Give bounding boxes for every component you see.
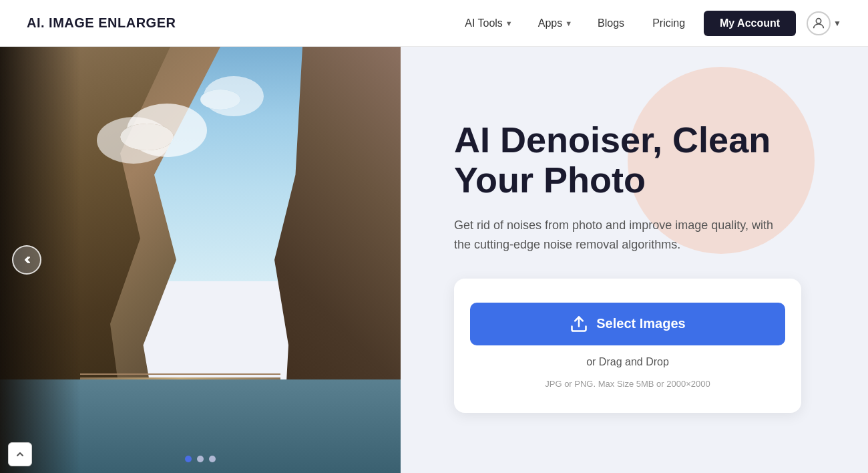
nav-apps[interactable]: Apps ▼ bbox=[529, 12, 582, 35]
upload-box: Select Images or Drag and Drop JPG or PN… bbox=[454, 279, 801, 413]
user-avatar-icon[interactable] bbox=[807, 11, 831, 35]
cloud-1 bbox=[120, 124, 174, 150]
select-images-label: Select Images bbox=[596, 316, 685, 331]
main-content: AI Denoiser, Clean Your Photo Get rid of… bbox=[0, 47, 868, 473]
hero-description: Get rid of noises from photo and improve… bbox=[454, 216, 775, 255]
navbar: AI. IMAGE ENLARGER AI Tools ▼ Apps ▼ Blo… bbox=[0, 0, 868, 47]
drag-drop-text: or Drag and Drop bbox=[586, 356, 669, 368]
nav-pricing[interactable]: Pricing bbox=[640, 12, 697, 35]
upload-icon bbox=[570, 315, 588, 333]
nav-apps-label: Apps bbox=[538, 17, 562, 29]
content-panel: AI Denoiser, Clean Your Photo Get rid of… bbox=[401, 47, 868, 473]
svg-point-0 bbox=[816, 18, 821, 23]
bridge bbox=[80, 377, 280, 379]
hero-image-panel bbox=[0, 47, 401, 473]
chevron-down-icon: ▼ bbox=[565, 19, 572, 27]
carousel-dot-2[interactable] bbox=[197, 456, 204, 462]
carousel-dots bbox=[185, 456, 216, 462]
user-menu[interactable]: ▼ bbox=[803, 11, 841, 35]
hero-title-line1: AI Denoiser, Clean bbox=[454, 120, 771, 160]
nav-blogs[interactable]: Blogs bbox=[588, 12, 634, 35]
carousel-dot-1[interactable] bbox=[185, 456, 192, 462]
cloud-2 bbox=[200, 90, 240, 110]
canyon-image bbox=[0, 47, 401, 473]
chevron-down-icon: ▼ bbox=[505, 19, 513, 27]
my-account-button[interactable]: My Account bbox=[704, 11, 796, 36]
site-logo[interactable]: AI. IMAGE ENLARGER bbox=[27, 15, 176, 31]
carousel-dot-3[interactable] bbox=[209, 456, 216, 462]
file-hint-text: JPG or PNG. Max Size 5MB or 2000×2000 bbox=[545, 379, 710, 389]
user-chevron-icon: ▼ bbox=[833, 19, 841, 28]
bridge-rail bbox=[80, 373, 280, 375]
nav-ai-tools-label: AI Tools bbox=[465, 17, 503, 29]
content-inner: AI Denoiser, Clean Your Photo Get rid of… bbox=[454, 120, 828, 412]
hero-title: AI Denoiser, Clean Your Photo bbox=[454, 120, 828, 200]
hero-title-line2: Your Photo bbox=[454, 160, 646, 200]
select-images-button[interactable]: Select Images bbox=[470, 303, 785, 345]
carousel-prev-button[interactable] bbox=[12, 245, 41, 275]
nav-ai-tools[interactable]: AI Tools ▼ bbox=[455, 12, 522, 35]
scroll-up-button[interactable] bbox=[8, 442, 32, 466]
nav-links: AI Tools ▼ Apps ▼ Blogs Pricing My Accou… bbox=[455, 11, 841, 36]
